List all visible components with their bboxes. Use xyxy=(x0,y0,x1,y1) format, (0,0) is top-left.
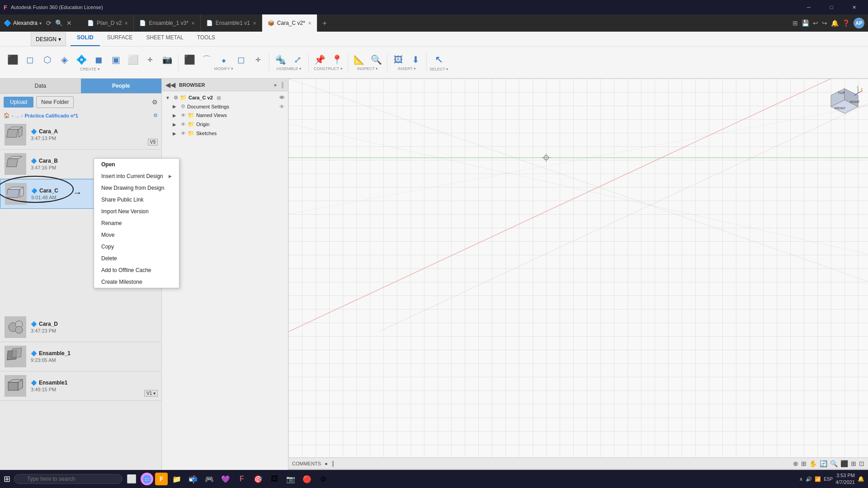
modify-chamfer-btn[interactable]: ⬥ xyxy=(216,54,232,66)
tab-close-icon[interactable]: ✕ xyxy=(308,21,311,26)
create-new-component-btn[interactable]: ⬛ xyxy=(5,54,21,66)
design-dropdown[interactable]: DESIGN ▾ xyxy=(31,33,66,46)
notifications-icon[interactable]: 🔔 xyxy=(831,19,839,27)
assemble-more-btn[interactable]: ⤢ xyxy=(289,54,306,66)
home-icon[interactable]: 🏠 xyxy=(4,113,10,118)
viewport[interactable]: TOP RIGHT FRONT X Z xyxy=(288,79,868,457)
ctx-offline-cache[interactable]: Add to Offline Cache xyxy=(94,264,161,276)
doc-settings-expand-icon[interactable]: ▶ xyxy=(173,104,179,109)
doc-tab-plan-d[interactable]: 📄 Plan_D v2 ✕ xyxy=(82,14,134,32)
insert-more-btn[interactable]: ⬇ xyxy=(407,54,424,66)
tab-tools[interactable]: TOOLS xyxy=(191,33,222,46)
ctx-open[interactable]: Open xyxy=(94,159,161,170)
windows-start-button[interactable]: ⊞ xyxy=(4,474,10,484)
ctx-import-version[interactable]: Import New Version xyxy=(94,206,161,217)
doc-tab-ensamble1-v1[interactable]: 📄 Ensamble1 v1 ✕ xyxy=(201,14,262,32)
browser-item-named-views[interactable]: ▶ 👁 📁 Named Views xyxy=(162,111,288,120)
taskbar-app5-icon[interactable]: 🎮 xyxy=(202,472,217,486)
taskbar-task-view-btn[interactable]: ⬜ xyxy=(124,472,139,486)
taskbar-file-explorer-icon[interactable]: 📁 xyxy=(170,472,184,486)
taskbar-app11-icon[interactable]: 🔴 xyxy=(300,472,314,486)
orbit-icon[interactable]: 🔄 xyxy=(820,460,827,467)
select-btn[interactable]: ↖ xyxy=(431,53,447,66)
nav-controls-icon[interactable]: ⊕ xyxy=(793,460,798,467)
user-avatar[interactable]: AP xyxy=(854,18,864,28)
close-panel-icon[interactable]: ✕ xyxy=(66,19,72,27)
inspect-more-btn[interactable]: 🔍 xyxy=(368,54,384,66)
tab-close-icon[interactable]: ✕ xyxy=(191,21,195,26)
inspect-measure-btn[interactable]: 📐 xyxy=(351,54,367,66)
create-web-btn[interactable]: ▣ xyxy=(108,54,124,66)
construct-axis-btn[interactable]: 📍 xyxy=(329,54,345,66)
ctx-move[interactable]: Move xyxy=(94,229,161,241)
fit-icon[interactable]: ⊞ xyxy=(801,460,807,467)
ctx-milestone[interactable]: Create Milestone xyxy=(94,276,161,288)
create-box-btn[interactable]: ⬜ xyxy=(125,54,141,66)
doc-tab-cara-c-v2[interactable]: 📦 Cara_C v2* ✕ xyxy=(262,14,317,32)
ctx-rename[interactable]: Rename xyxy=(94,217,161,229)
tab-solid[interactable]: SOLID xyxy=(71,33,100,46)
file-item-ensamble1[interactable]: 🔷 Ensamble1 3:49:15 PM V1 ▾ xyxy=(0,371,161,401)
taskbar-app12-icon[interactable]: ⚙ xyxy=(316,472,330,486)
browser-item-doc-settings[interactable]: ▶ ⚙ Document Settings 👁 xyxy=(162,102,288,111)
file-version-cara-a[interactable]: V9 xyxy=(148,139,158,145)
named-views-visibility-icon[interactable]: 👁 xyxy=(181,113,186,118)
notification-badge[interactable]: 🔔 xyxy=(858,476,864,482)
taskbar-search-input[interactable] xyxy=(14,474,123,484)
user-menu[interactable]: 🔷 Alexandra ▾ xyxy=(4,19,42,27)
sketches-visibility-icon[interactable]: 👁 xyxy=(181,131,186,136)
render-mode-icon[interactable]: ⊡ xyxy=(859,460,864,467)
insert-decal-btn[interactable]: 🖼 xyxy=(390,54,406,66)
save-icon[interactable]: 💾 xyxy=(802,19,809,27)
redo-icon[interactable]: ↪ xyxy=(822,19,827,27)
volume-icon[interactable]: 🔊 xyxy=(806,476,812,482)
close-button[interactable]: ✕ xyxy=(844,0,864,14)
root-visibility-icon[interactable]: 👁 xyxy=(279,95,284,100)
ctx-new-drawing[interactable]: New Drawing from Design xyxy=(94,182,161,194)
undo-icon[interactable]: ↩ xyxy=(813,19,818,27)
help-icon[interactable]: ❓ xyxy=(842,19,850,27)
new-folder-button[interactable]: New Folder xyxy=(36,96,74,108)
tab-sheet-metal[interactable]: SHEET METAL xyxy=(140,33,189,46)
create-extrude-btn[interactable]: ◻ xyxy=(22,54,38,66)
tab-surface[interactable]: SURFACE xyxy=(101,33,139,46)
modify-more-btn[interactable]: ✛ xyxy=(250,55,266,64)
pan-icon[interactable]: ✋ xyxy=(809,460,817,467)
taskbar-photos-icon[interactable]: 🖼 xyxy=(267,472,282,486)
taskbar-app4-icon[interactable]: 📬 xyxy=(186,472,200,486)
new-tab-button[interactable]: ＋ xyxy=(317,19,332,28)
ctx-delete[interactable]: Delete xyxy=(94,253,161,264)
construct-plane-btn[interactable]: 📌 xyxy=(311,54,328,66)
taskbar-zoom-icon[interactable]: 📷 xyxy=(283,472,298,486)
grid-icon[interactable]: ⊞ xyxy=(793,19,798,27)
file-item-cara-a[interactable]: 🔷 Cara_A 3:47:13 PM V9 xyxy=(0,120,161,150)
display-mode-icon[interactable]: ⬛ xyxy=(840,460,848,467)
assemble-joint-btn[interactable]: 🔩 xyxy=(272,54,288,66)
comments-handle-icon[interactable]: ║ xyxy=(331,461,335,466)
origin-expand-icon[interactable]: ▶ xyxy=(173,122,179,127)
system-tray-up-icon[interactable]: ∧ xyxy=(799,476,803,482)
create-more-btn[interactable]: ✛ xyxy=(142,55,158,64)
people-tab[interactable]: People xyxy=(81,79,162,93)
create-loft-btn[interactable]: 💠 xyxy=(73,54,90,66)
origin-visibility-icon[interactable]: 👁 xyxy=(181,122,186,127)
breadcrumb-ellipsis[interactable]: ... xyxy=(15,113,19,118)
view-cube[interactable]: TOP RIGHT FRONT X Z xyxy=(826,84,863,120)
modify-fillet-btn[interactable]: ⌒ xyxy=(198,54,215,66)
browser-item-origin[interactable]: ▶ 👁 📁 Origin xyxy=(162,120,288,129)
root-expand-icon[interactable]: ▼ xyxy=(165,95,172,100)
taskbar-teams-icon[interactable]: 💜 xyxy=(218,472,233,486)
file-version-ensamble1[interactable]: V1 ▾ xyxy=(144,390,158,397)
network-icon[interactable]: 📶 xyxy=(815,476,821,482)
taskbar-chrome-icon[interactable]: 🌐 xyxy=(141,473,153,485)
tab-close-icon[interactable]: ✕ xyxy=(124,21,128,26)
panel-settings-button[interactable]: ⚙ xyxy=(152,99,158,106)
file-item-ensamble-1[interactable]: 🔷 Ensamble_1 9:23:05 AM xyxy=(0,342,161,371)
file-item-cara-d[interactable]: 🔷 Cara_D 3:47:23 PM xyxy=(0,313,161,342)
doc-tab-ensamble1-v3[interactable]: 📄 Ensamble_1 v3* ✕ xyxy=(134,14,200,32)
maximize-button[interactable]: □ xyxy=(821,0,842,14)
search-icon[interactable]: 🔍 xyxy=(55,19,63,27)
browser-root-item[interactable]: ▼ ⚙ 📁 Cara_C v2 ◎ 👁 xyxy=(162,93,288,102)
create-rib-btn[interactable]: ◼ xyxy=(90,54,107,66)
create-revolve-btn[interactable]: ⬡ xyxy=(39,54,55,66)
